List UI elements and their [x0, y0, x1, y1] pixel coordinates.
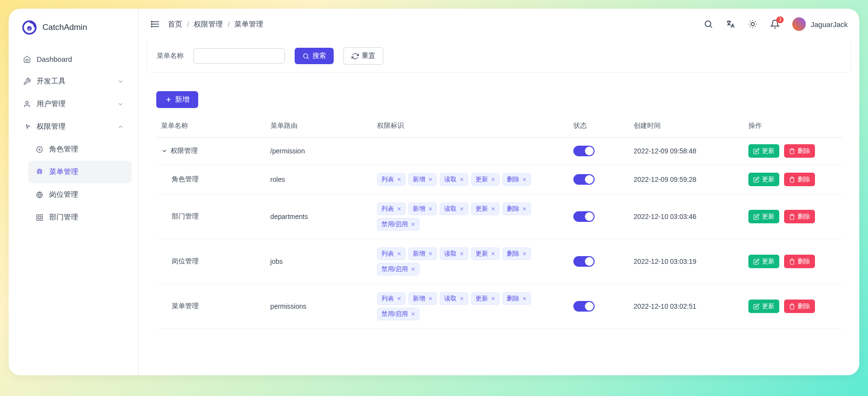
delete-button[interactable]: 删除 [784, 255, 815, 268]
table-panel: 新增 菜单名称菜单路由权限标识状态创建时间操作 权限管理/permission2… [147, 82, 852, 334]
cell-status [569, 284, 629, 329]
table-row: 菜单管理permissions列表✕新增✕读取✕更新✕删除✕禁用/启用✕2022… [156, 284, 842, 329]
close-icon[interactable]: ✕ [428, 206, 433, 212]
perm-tag[interactable]: 更新✕ [471, 292, 500, 305]
breadcrumb-item[interactable]: 首页 [168, 20, 182, 29]
breadcrumb-item[interactable]: 权限管理 [194, 20, 223, 29]
close-icon[interactable]: ✕ [428, 251, 433, 257]
breadcrumb-item[interactable]: 菜单管理 [234, 20, 263, 29]
update-button[interactable]: 更新 [748, 210, 779, 223]
user-menu[interactable]: JaguarJack [792, 17, 848, 31]
close-icon[interactable]: ✕ [522, 251, 527, 257]
close-icon[interactable]: ✕ [522, 206, 527, 212]
delete-button[interactable]: 删除 [784, 300, 815, 313]
perm-tag-label: 读取 [444, 175, 457, 184]
perm-tag[interactable]: 删除✕ [502, 173, 531, 186]
sidebar-item[interactable]: Dashboard [15, 48, 132, 70]
close-icon[interactable]: ✕ [411, 311, 415, 317]
sidebar-item[interactable]: 开发工具 [15, 70, 132, 93]
cell-created: 2022-12-09 09:58:48 [629, 137, 744, 165]
theme-icon[interactable] [748, 19, 758, 29]
logo[interactable]: c CatchAdmin [9, 9, 138, 44]
perm-tag[interactable]: 删除✕ [502, 292, 531, 305]
close-icon[interactable]: ✕ [397, 296, 401, 302]
svg-rect-9 [37, 215, 39, 217]
sidebar-subitem[interactable]: 角色管理 [28, 138, 132, 161]
perm-tag[interactable]: 列表✕ [377, 292, 406, 305]
close-icon[interactable]: ✕ [397, 177, 401, 183]
search-icon[interactable] [704, 19, 713, 29]
close-icon[interactable]: ✕ [397, 251, 401, 257]
close-icon[interactable]: ✕ [491, 251, 495, 257]
perm-tag[interactable]: 更新✕ [471, 203, 500, 215]
perm-tag[interactable]: 列表✕ [377, 173, 406, 186]
perm-tag[interactable]: 读取✕ [440, 292, 468, 305]
update-button[interactable]: 更新 [748, 173, 779, 186]
close-icon[interactable]: ✕ [411, 266, 415, 273]
perm-tag[interactable]: 列表✕ [377, 247, 406, 260]
perm-tag[interactable]: 禁用/启用✕ [377, 218, 420, 231]
update-button[interactable]: 更新 [748, 300, 779, 313]
delete-button[interactable]: 删除 [784, 173, 815, 186]
perm-tag[interactable]: 读取✕ [440, 203, 468, 215]
sidebar-item[interactable]: 用户管理 [15, 93, 132, 115]
sidebar-subitem[interactable]: 部门管理 [28, 206, 132, 229]
perm-tag-label: 删除 [507, 205, 519, 213]
perm-tag[interactable]: 新增✕ [408, 247, 437, 260]
close-icon[interactable]: ✕ [460, 177, 464, 183]
status-toggle[interactable] [573, 146, 595, 156]
perm-tag[interactable]: 更新✕ [471, 173, 500, 186]
sidebar-subitem[interactable]: 菜单管理 [28, 161, 132, 183]
search-button[interactable]: 搜索 [295, 48, 334, 64]
search-input[interactable] [193, 48, 285, 64]
close-icon[interactable]: ✕ [491, 206, 495, 212]
add-button[interactable]: 新增 [156, 91, 198, 108]
perm-tag[interactable]: 禁用/启用✕ [377, 308, 420, 320]
sidebar-item[interactable]: 权限管理 [15, 115, 132, 138]
sidebar-item-label: 菜单管理 [49, 167, 78, 177]
sidebar-item-label: 部门管理 [49, 213, 78, 222]
language-icon[interactable] [726, 19, 735, 29]
perm-tag-label: 新增 [413, 205, 425, 213]
perm-tag[interactable]: 读取✕ [440, 247, 468, 260]
perm-tag[interactable]: 禁用/启用✕ [377, 263, 420, 275]
perm-tag[interactable]: 列表✕ [377, 203, 406, 215]
delete-button[interactable]: 删除 [784, 210, 815, 223]
perm-tag[interactable]: 新增✕ [408, 292, 437, 305]
close-icon[interactable]: ✕ [491, 296, 495, 302]
cell-actions: 更新删除 [744, 239, 842, 284]
svg-point-30 [304, 54, 308, 58]
close-icon[interactable]: ✕ [522, 177, 527, 183]
close-icon[interactable]: ✕ [460, 251, 464, 257]
close-icon[interactable]: ✕ [397, 206, 401, 212]
perm-tag[interactable]: 读取✕ [440, 173, 468, 186]
topbar: 首页/权限管理/菜单管理 3 JaguarJack [139, 9, 859, 40]
home-icon [23, 55, 31, 63]
close-icon[interactable]: ✕ [460, 206, 464, 212]
close-icon[interactable]: ✕ [411, 221, 415, 228]
perm-tag[interactable]: 删除✕ [502, 247, 531, 260]
bell-icon[interactable]: 3 [770, 19, 780, 29]
perm-tag[interactable]: 新增✕ [408, 173, 437, 186]
delete-button[interactable]: 删除 [784, 144, 815, 158]
close-icon[interactable]: ✕ [428, 177, 433, 183]
close-icon[interactable]: ✕ [522, 296, 527, 302]
status-toggle[interactable] [573, 174, 595, 185]
status-toggle[interactable] [573, 301, 595, 312]
sidebar-subitem[interactable]: 岗位管理 [28, 183, 132, 206]
close-icon[interactable]: ✕ [428, 296, 433, 302]
perm-tag-label: 列表 [381, 294, 394, 303]
close-icon[interactable]: ✕ [460, 296, 464, 302]
cell-created: 2022-12-10 03:02:51 [629, 284, 744, 329]
update-button[interactable]: 更新 [748, 144, 779, 158]
menu-toggle-icon[interactable] [150, 19, 160, 29]
update-button[interactable]: 更新 [748, 255, 779, 268]
reset-button[interactable]: 重置 [343, 47, 383, 65]
perm-tag[interactable]: 更新✕ [471, 247, 500, 260]
close-icon[interactable]: ✕ [491, 177, 495, 183]
perm-tag[interactable]: 删除✕ [502, 203, 531, 215]
status-toggle[interactable] [573, 211, 595, 222]
row-expand-toggle[interactable]: 权限管理 [161, 147, 198, 155]
perm-tag[interactable]: 新增✕ [408, 203, 437, 215]
status-toggle[interactable] [573, 256, 595, 267]
